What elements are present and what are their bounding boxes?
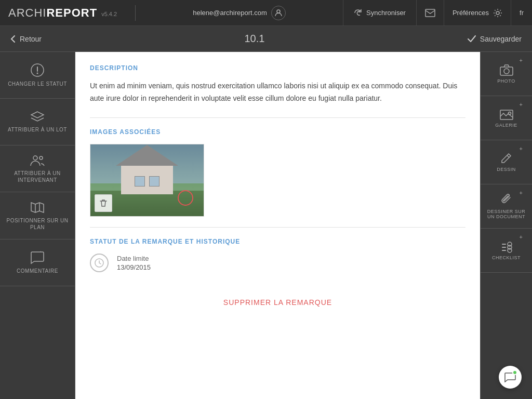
house-window-right <box>149 176 159 187</box>
left-sidebar: CHANGER LE STATUT ATTRIBUER À UN LOT A <box>0 52 75 399</box>
sync-icon <box>354 9 362 17</box>
prefs-label: Préférences <box>453 9 489 17</box>
svg-point-0 <box>277 10 280 13</box>
logo-archi: ARCHI <box>8 6 46 20</box>
plus-icon-galerie: + <box>520 101 523 108</box>
house-window-left <box>135 176 145 187</box>
alert-circle-icon <box>30 63 45 77</box>
svg-line-16 <box>507 155 509 157</box>
logo-version: v5.4.2 <box>101 11 117 17</box>
sidebar-item-commentaire[interactable]: COMMENTAIRE <box>0 240 75 286</box>
plus-icon-document: + <box>520 190 523 196</box>
main-layout: CHANGER LE STATUT ATTRIBUER À UN LOT A <box>0 52 532 399</box>
svg-point-7 <box>39 156 43 159</box>
status-info: Date limite 13/09/2015 <box>117 255 151 271</box>
right-sidebar-item-dessiner-document[interactable]: + DESSINER SUR UN DOCUMENT <box>481 184 532 229</box>
header-email-area: helene@archireport.com <box>136 6 343 20</box>
images-title: IMAGES ASSOCIÉES <box>90 128 466 136</box>
svg-point-6 <box>33 156 37 160</box>
sidebar-item-changer-statut[interactable]: CHANGER LE STATUT <box>0 52 75 99</box>
sidebar-label-attribuer-lot: ATTRIBUER À UN LOT <box>8 126 67 133</box>
back-button[interactable]: Retour <box>0 35 52 43</box>
right-label-dessin: DESSIN <box>497 167 516 172</box>
right-label-galerie: GALERIE <box>495 123 517 128</box>
right-sidebar-item-checklist[interactable]: + CHECKLIST <box>481 229 532 273</box>
gallery-icon <box>499 108 514 121</box>
right-label-checklist: CHECKLIST <box>492 255 521 260</box>
sync-label: Synchroniser <box>366 9 406 17</box>
center-content: DESCRIPTION Ut enim ad minim veniam, qui… <box>75 52 480 399</box>
status-label: Date limite <box>117 255 151 262</box>
image-grid <box>90 144 466 217</box>
right-label-photo: PHOTO <box>497 78 515 84</box>
image-thumbnail <box>90 144 204 217</box>
description-body: Ut enim ad minim veniam, quis nostrud ex… <box>90 80 466 105</box>
right-sidebar: + PHOTO + GALERIE + <box>480 52 532 399</box>
online-indicator <box>512 370 517 375</box>
checkmark-icon <box>468 35 476 43</box>
page-title: 10.1 <box>52 33 457 45</box>
delete-section: SUPPRIMER LA REMARQUE <box>75 283 480 322</box>
messages-area[interactable] <box>417 0 444 25</box>
sidebar-item-positionner-plan[interactable]: POSITIONNER SUR UN PLAN <box>0 192 75 240</box>
right-sidebar-item-photo[interactable]: + PHOTO <box>481 52 532 96</box>
gear-icon <box>493 8 502 18</box>
user-icon[interactable] <box>271 6 286 20</box>
chevron-left-icon <box>10 35 16 43</box>
delete-image-button[interactable] <box>95 194 112 212</box>
plus-icon-dessin: + <box>520 145 523 152</box>
status-section: STATUT DE LA REMARQUE ET HISTORIQUE Date… <box>75 228 480 283</box>
svg-rect-1 <box>425 9 435 17</box>
status-title: STATUT DE LA REMARQUE ET HISTORIQUE <box>90 238 466 245</box>
language-area[interactable]: fr <box>511 0 532 25</box>
users-icon <box>30 154 45 166</box>
save-label: Sauvegarder <box>480 35 522 43</box>
house-roof <box>116 145 178 166</box>
sidebar-label-commentaire: COMMENTAIRE <box>17 268 58 274</box>
sidebar-item-attribuer-lot[interactable]: ATTRIBUER À UN LOT <box>0 99 75 145</box>
chat-bubble[interactable] <box>499 366 522 389</box>
pencil-icon <box>501 152 512 165</box>
sidebar-label-attribuer-intervenant: ATTRIBUER À UN INTERVENANT <box>4 170 71 183</box>
circle-annotation <box>178 190 193 206</box>
svg-point-15 <box>508 112 511 115</box>
sidebar-label-changer-statut: CHANGER LE STATUT <box>8 81 67 87</box>
camera-icon <box>499 64 514 76</box>
sidebar-label-positionner-plan: POSITIONNER SUR UN PLAN <box>4 217 71 231</box>
save-button[interactable]: Sauvegarder <box>457 35 532 43</box>
images-section: IMAGES ASSOCIÉES <box>75 118 480 227</box>
nav-bar: Retour 10.1 Sauvegarder <box>0 26 532 52</box>
logo-report: REPORT <box>46 6 97 20</box>
lang-label: fr <box>520 9 524 17</box>
clock-icon <box>90 254 109 272</box>
layers-icon <box>30 111 45 123</box>
mail-icon <box>425 9 435 17</box>
email-text: helene@archireport.com <box>193 9 267 17</box>
status-date: 13/09/2015 <box>117 263 151 271</box>
description-section: DESCRIPTION Ut enim ad minim veniam, qui… <box>75 52 480 117</box>
back-label: Retour <box>20 35 42 43</box>
map-icon <box>30 201 45 214</box>
description-title: DESCRIPTION <box>90 64 466 72</box>
svg-point-13 <box>504 69 509 74</box>
top-header: ARCHIREPORT v5.4.2 helene@archireport.co… <box>0 0 532 26</box>
right-sidebar-item-galerie[interactable]: + GALERIE <box>481 96 532 140</box>
svg-point-22 <box>508 248 512 252</box>
logo-area: ARCHIREPORT v5.4.2 <box>0 6 135 20</box>
svg-point-5 <box>37 73 38 74</box>
paperclip-icon <box>501 193 512 207</box>
sidebar-item-attribuer-intervenant[interactable]: ATTRIBUER À UN INTERVENANT <box>0 145 75 192</box>
sync-area[interactable]: Synchroniser <box>343 0 417 25</box>
plus-icon-checklist: + <box>520 234 523 240</box>
checklist-icon <box>500 241 513 253</box>
status-row: Date limite 13/09/2015 <box>90 254 466 272</box>
comment-icon <box>30 251 45 264</box>
delete-remarque-button[interactable]: SUPPRIMER LA REMARQUE <box>223 298 332 307</box>
preferences-area[interactable]: Préférences <box>444 0 511 25</box>
right-label-dessiner-document: DESSINER SUR UN DOCUMENT <box>484 209 529 219</box>
right-sidebar-item-dessin[interactable]: + DESSIN <box>481 140 532 184</box>
svg-point-2 <box>496 11 499 15</box>
house-windows <box>135 176 159 187</box>
plus-icon-photo: + <box>520 57 523 63</box>
